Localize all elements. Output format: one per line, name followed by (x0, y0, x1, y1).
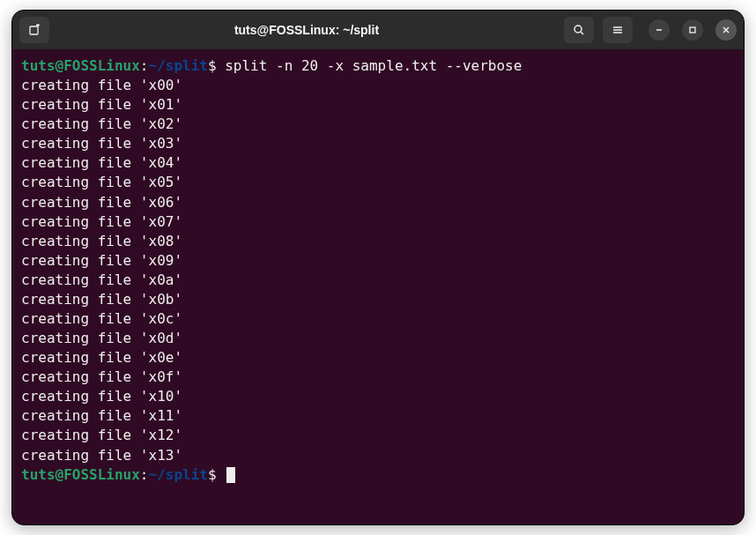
output-line: creating file 'x11' (21, 406, 735, 426)
output-line: creating file 'x10' (21, 387, 735, 406)
output-line: creating file 'x0f' (21, 368, 735, 387)
terminal-window: tuts@FOSSLinux: ~/split (11, 10, 745, 525)
new-tab-button[interactable] (19, 17, 49, 43)
output-line: creating file 'x13' (21, 446, 735, 465)
output-line: creating file 'x08' (21, 232, 735, 251)
prompt-line: tuts@FOSSLinux:~/split$ (21, 465, 735, 485)
window-title: tuts@FOSSLinux: ~/split (49, 23, 564, 37)
close-button[interactable] (715, 19, 737, 41)
svg-rect-0 (30, 26, 38, 34)
search-button[interactable] (564, 17, 594, 43)
prompt-path: ~/split (149, 466, 208, 483)
output-line: creating file 'x0c' (21, 309, 735, 329)
svg-rect-9 (690, 27, 695, 33)
output-line: creating file 'x0a' (21, 271, 735, 290)
prompt-separator: : (140, 466, 149, 483)
prompt-user: tuts@FOSSLinux (21, 57, 140, 74)
prompt-separator: : (140, 57, 149, 74)
prompt-symbol: $ (208, 57, 217, 74)
output-line: creating file 'x00' (21, 76, 735, 95)
output-line: creating file 'x0d' (21, 329, 735, 348)
prompt-user: tuts@FOSSLinux (21, 466, 140, 483)
output-container: creating file 'x00'creating file 'x01'cr… (21, 76, 735, 465)
command-line: tuts@FOSSLinux:~/split$ split -n 20 -x s… (21, 56, 735, 76)
minimize-button[interactable] (649, 19, 670, 41)
output-line: creating file 'x12' (21, 426, 735, 445)
output-line: creating file 'x06' (21, 193, 735, 212)
titlebar: tuts@FOSSLinux: ~/split (12, 11, 744, 49)
cursor (226, 467, 235, 483)
svg-point-3 (574, 26, 582, 33)
output-line: creating file 'x05' (21, 173, 735, 192)
svg-line-4 (581, 32, 583, 34)
output-line: creating file 'x04' (21, 153, 735, 173)
output-line: creating file 'x03' (21, 134, 735, 153)
output-line: creating file 'x09' (21, 251, 735, 271)
menu-button[interactable] (603, 17, 633, 43)
output-line: creating file 'x0e' (21, 348, 735, 368)
output-line: creating file 'x02' (21, 115, 735, 134)
output-line: creating file 'x0b' (21, 290, 735, 309)
output-line: creating file 'x01' (21, 95, 735, 115)
prompt-symbol: $ (208, 466, 217, 483)
terminal-body[interactable]: tuts@FOSSLinux:~/split$ split -n 20 -x s… (12, 49, 744, 524)
maximize-button[interactable] (682, 19, 703, 41)
output-line: creating file 'x07' (21, 212, 735, 232)
command-text: split -n 20 -x sample.txt --verbose (225, 57, 522, 74)
prompt-path: ~/split (149, 57, 208, 74)
